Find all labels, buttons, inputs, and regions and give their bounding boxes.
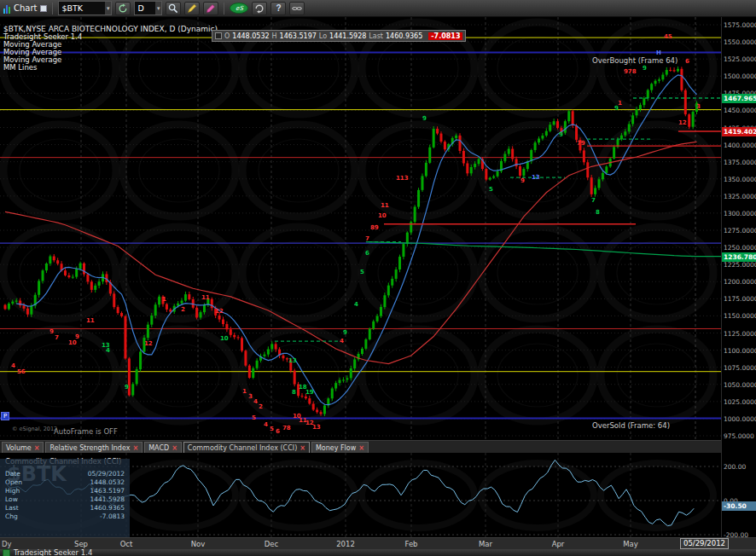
tab-volume[interactable]: Volume× [2, 442, 44, 453]
signal-label: 9 [125, 384, 129, 391]
reload-icon [254, 3, 265, 14]
signal-label: 19 [305, 389, 314, 396]
signal-label: H [656, 49, 661, 56]
signal-label: 2 [181, 306, 185, 313]
watermark-ring [3, 329, 116, 421]
signal-label: 8 [292, 389, 296, 396]
link-button[interactable] [289, 2, 305, 15]
watermark-ring [242, 125, 355, 217]
x-axis-label: Sep [74, 540, 88, 548]
draw-button[interactable] [184, 2, 200, 15]
signal-label: 4 [354, 301, 358, 308]
watermark-ring [3, 125, 116, 217]
watermark-ring [601, 329, 713, 421]
refresh-icon [118, 3, 128, 14]
price-axis-label: 1375.0000 [724, 159, 756, 166]
price-axis-label: 1575.0000 [724, 21, 756, 29]
signal-label: 45 [664, 33, 672, 40]
layout-grid-icon[interactable] [40, 5, 47, 12]
interval-select[interactable]: D ▾ [134, 1, 162, 15]
ma-fast-line [16, 75, 696, 405]
signal-label: 10 [68, 339, 77, 346]
signal-label: 11 [201, 294, 210, 301]
window-title: Chart [14, 3, 37, 13]
price-axis-label: 1175.0000 [724, 295, 756, 303]
reload-button[interactable] [252, 2, 267, 15]
signal-label: 1 [242, 388, 247, 395]
question-icon: ? [276, 3, 281, 13]
high-value: 1463.5197 [280, 32, 317, 40]
tooltip-row: Low1441.5928 [0, 495, 130, 504]
signal-label: 5 [252, 414, 256, 421]
tab-close-icon[interactable]: × [358, 444, 364, 452]
signal-label: 12 [678, 119, 687, 126]
price-axis-label: 1350.0000 [724, 176, 756, 183]
x-axis-left-label: Dy [2, 540, 12, 548]
refresh-button[interactable] [115, 2, 131, 15]
signal-label: 10 [220, 335, 229, 342]
price-axis-label: 1125.0000 [724, 330, 756, 338]
tab-commodity-channel-index-cci-[interactable]: Commodity Channel Index (CCI)× [183, 442, 310, 453]
tab-close-icon[interactable]: × [34, 444, 40, 452]
seeker-icon [3, 549, 10, 556]
help-button[interactable]: ? [270, 2, 286, 15]
price-chart[interactable]: 4569710911134912121112101342545678138181… [0, 17, 721, 440]
symbol-value: $BTK [61, 3, 83, 13]
price-axis-label: 1300.0000 [724, 210, 756, 217]
tab-close-icon[interactable]: × [132, 444, 138, 452]
tab-label: Volume [6, 444, 32, 452]
last-price-badge: 1467.9658 [722, 94, 756, 103]
open-value: 1448.0532 [232, 32, 269, 40]
signal-label: 11 [381, 202, 389, 209]
signal-label: 7 [591, 197, 596, 204]
quote-icon [215, 32, 222, 39]
tab-close-icon[interactable]: × [299, 444, 305, 452]
tab-label: MACD [148, 444, 169, 452]
signal-label: 1 [618, 100, 622, 107]
toolbar-separator [52, 3, 53, 14]
pencil-icon [187, 3, 197, 14]
signal-label: 4 [253, 398, 258, 405]
signal-label: 9 [343, 329, 347, 336]
tab-macd[interactable]: MACD× [144, 442, 182, 453]
price-axis-label: 1025.0000 [724, 398, 756, 406]
autoframe-label: AutoFrame is OFF [54, 427, 118, 436]
price-axis-label: 1550.0000 [724, 38, 756, 46]
price-axis-label: 1200.0000 [724, 278, 756, 286]
chevron-down-icon[interactable]: ▾ [155, 2, 162, 14]
current-date-label: 05/29/2012 [680, 538, 729, 549]
symbol-input[interactable]: $BTK ▾ [58, 1, 112, 15]
signal-label: 5 [489, 186, 493, 193]
highlighter-button[interactable] [203, 2, 218, 15]
signal-label: 78 [282, 425, 291, 431]
p-marker-badge: P [1, 412, 9, 420]
watermark-ring [481, 227, 594, 319]
x-axis: Dy 05/29/2012 SepOctNovDec2012FebMarAprM… [0, 537, 756, 549]
last-label: Last [369, 32, 383, 40]
tab-money-flow[interactable]: Money Flow× [311, 442, 369, 453]
tooltip-row: Last1460.9365 [0, 504, 130, 513]
signal-label: 56 [17, 368, 26, 375]
tab-relative-strength-index[interactable]: Relative Strength Index× [45, 442, 142, 453]
tab-label: Commodity Channel Index (CCI) [188, 444, 297, 452]
marker-icon [206, 3, 216, 14]
x-axis-label: Dec [265, 540, 278, 548]
signal-label: 4 [264, 421, 268, 428]
toolbar: Chart $BTK ▾ D ▾ eS ? [0, 0, 756, 17]
legend: $BTK,NYSE ARCA BIOTECHNOLOGY INDEX, D (D… [3, 26, 218, 72]
overbought-label: OverBought (Frame 64) [592, 56, 677, 65]
signal-label: 10 [378, 212, 387, 219]
status-bar: Tradesight Seeker 1.4 [0, 549, 756, 556]
tab-close-icon[interactable]: × [172, 444, 177, 452]
tooltip-row: Chg-7.0813 [0, 513, 130, 521]
x-axis-label: 2012 [336, 540, 355, 548]
chevron-down-icon[interactable]: ▾ [105, 2, 112, 14]
signal-label: 11 [86, 317, 95, 324]
signal-label: 5 [360, 269, 364, 275]
tooltip-row: High1463.5197 [0, 487, 130, 495]
cci-value-badge: -30.50 [722, 501, 756, 511]
watermark-ring [481, 22, 594, 114]
signal-label: 7 [55, 334, 59, 341]
open-label: O [224, 32, 230, 40]
zoom-button[interactable] [166, 2, 181, 15]
